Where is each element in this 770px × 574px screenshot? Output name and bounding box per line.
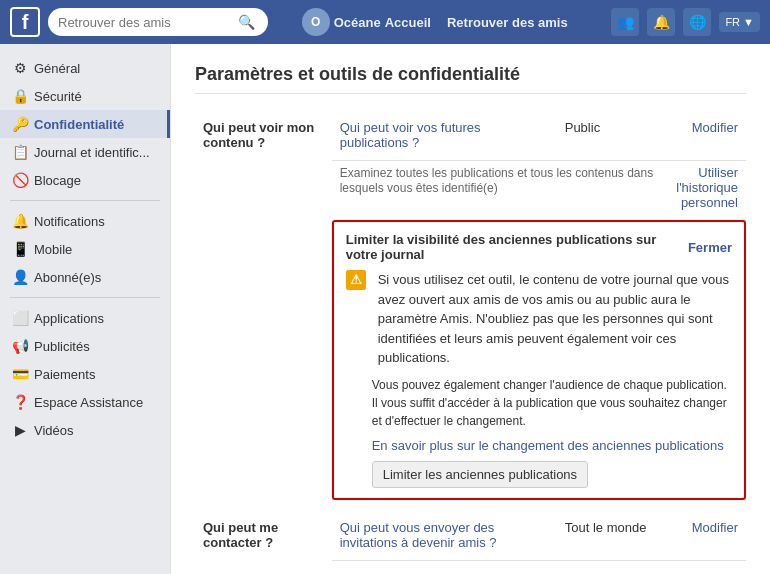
apps-icon: ⬜ xyxy=(12,310,28,326)
lock-icon: 🔒 xyxy=(12,88,28,104)
top-navigation: f 🔍 O Océane Accueil Retrouver des amis … xyxy=(0,0,770,44)
content-area: Paramètres et outils de confidentialité … xyxy=(170,44,770,574)
warning-icon: ⚠ xyxy=(346,270,366,290)
sidebar-label-paiements: Paiements xyxy=(34,367,95,382)
warning-title: Limiter la visibilité des anciennes publ… xyxy=(346,232,688,262)
bell-icon: 🔔 xyxy=(12,213,28,229)
facebook-logo: f xyxy=(10,7,40,37)
warning-box: Limiter la visibilité des anciennes publ… xyxy=(332,220,746,500)
journal-icon: 📋 xyxy=(12,144,28,160)
value-messages: Filtrage de base xyxy=(557,560,667,574)
nav-dropdown-button[interactable]: FR ▼ xyxy=(719,12,760,32)
sidebar-item-blocage[interactable]: 🚫 Blocage xyxy=(0,166,170,194)
nav-accueil-link[interactable]: Accueil xyxy=(385,15,431,30)
modify-invitations-link[interactable]: Modifier xyxy=(692,520,738,535)
sub-text: Examinez toutes les publications et tous… xyxy=(332,161,667,219)
sidebar-divider xyxy=(10,200,160,201)
warning-cell: Limiter la visibilité des anciennes publ… xyxy=(332,218,746,510)
user-icon: 👤 xyxy=(12,269,28,285)
sidebar-label-confidentialite: Confidentialité xyxy=(34,117,124,132)
sidebar-label-publicites: Publicités xyxy=(34,339,90,354)
question-text: Qui peut voir vos futures publications ? xyxy=(332,110,557,161)
question-messages: Quels messages doivent être filtrés dans… xyxy=(332,560,557,574)
nav-links: Accueil Retrouver des amis xyxy=(385,15,568,30)
warning-header: Limiter la visibilité des anciennes publ… xyxy=(346,232,732,262)
avatar: O xyxy=(302,8,330,36)
sidebar-label-videos: Vidéos xyxy=(34,423,74,438)
warning-body1-text: Si vous utilisez cet outil, le contenu d… xyxy=(378,270,732,368)
search-bar[interactable]: 🔍 xyxy=(48,8,268,36)
warning-body1: ⚠ Si vous utilisez cet outil, le contenu… xyxy=(346,270,732,368)
sidebar-label-applications: Applications xyxy=(34,311,104,326)
sidebar-label-blocage: Blocage xyxy=(34,173,81,188)
sidebar-item-espace[interactable]: ❓ Espace Assistance xyxy=(0,388,170,416)
sidebar-item-mobile[interactable]: 📱 Mobile xyxy=(0,235,170,263)
history-link[interactable]: Utiliser l'historique personnel xyxy=(676,165,738,210)
value-text: Public xyxy=(557,110,667,161)
globe-icon-button[interactable]: 🌐 xyxy=(683,8,711,36)
sidebar-item-videos[interactable]: ▶ Vidéos xyxy=(0,416,170,444)
question-link-publications[interactable]: Qui peut voir vos futures publications ? xyxy=(340,120,481,150)
key-icon: 🔑 xyxy=(12,116,28,132)
question-invitations: Qui peut vous envoyer des invitations à … xyxy=(332,510,557,561)
sidebar-label-securite: Sécurité xyxy=(34,89,82,104)
sidebar-label-journal: Journal et identific... xyxy=(34,145,150,160)
sidebar: ⚙ Général 🔒 Sécurité 🔑 Confidentialité 📋… xyxy=(0,44,170,574)
help-icon: ❓ xyxy=(12,394,28,410)
payment-icon: 💳 xyxy=(12,366,28,382)
question-link-invitations[interactable]: Qui peut vous envoyer des invitations à … xyxy=(340,520,497,550)
sub-action-cell: Utiliser l'historique personnel xyxy=(667,161,746,219)
gear-icon: ⚙ xyxy=(12,60,28,76)
main-layout: ⚙ Général 🔒 Sécurité 🔑 Confidentialité 📋… xyxy=(0,44,770,574)
table-row: Qui peut voir mon contenu ? Qui peut voi… xyxy=(195,110,746,161)
nav-icons: 👥 🔔 🌐 FR ▼ xyxy=(611,8,760,36)
sidebar-item-general[interactable]: ⚙ Général xyxy=(0,54,170,82)
sidebar-item-journal[interactable]: 📋 Journal et identific... xyxy=(0,138,170,166)
warning-body2: Vous pouvez également changer l'audience… xyxy=(372,376,732,430)
sidebar-item-abonnes[interactable]: 👤 Abonné(e)s xyxy=(0,263,170,291)
sidebar-item-publicites[interactable]: 📢 Publicités xyxy=(0,332,170,360)
value-invitations: Tout le monde xyxy=(557,510,667,561)
video-icon: ▶ xyxy=(12,422,28,438)
sidebar-item-applications[interactable]: ⬜ Applications xyxy=(0,304,170,332)
page-title: Paramètres et outils de confidentialité xyxy=(195,64,746,94)
sidebar-item-securite[interactable]: 🔒 Sécurité xyxy=(0,82,170,110)
modify-messages-link[interactable]: Modifier xyxy=(692,571,738,575)
sidebar-label-espace: Espace Assistance xyxy=(34,395,143,410)
block-icon: 🚫 xyxy=(12,172,28,188)
sidebar-item-notifications[interactable]: 🔔 Notifications xyxy=(0,207,170,235)
nav-center: O Océane Accueil Retrouver des amis xyxy=(268,8,601,36)
action-cell: Modifier xyxy=(667,110,746,161)
question-link-messages[interactable]: Quels messages doivent être filtrés dans… xyxy=(340,571,543,575)
settings-table: Qui peut voir mon contenu ? Qui peut voi… xyxy=(195,110,746,574)
modify-publications-link[interactable]: Modifier xyxy=(692,120,738,135)
sidebar-label-abonnes: Abonné(e)s xyxy=(34,270,101,285)
search-input[interactable] xyxy=(58,15,238,30)
notifications-icon-button[interactable]: 🔔 xyxy=(647,8,675,36)
sidebar-label-notifications: Notifications xyxy=(34,214,105,229)
close-warning-button[interactable]: Fermer xyxy=(688,240,732,255)
category-contact: Qui peut me contacter ? xyxy=(195,510,332,575)
sidebar-label-general: Général xyxy=(34,61,80,76)
sidebar-item-paiements[interactable]: 💳 Paiements xyxy=(0,360,170,388)
learn-more-link[interactable]: En savoir plus sur le changement des anc… xyxy=(372,438,724,453)
sidebar-item-confidentialite[interactable]: 🔑 Confidentialité xyxy=(0,110,170,138)
friends-icon-button[interactable]: 👥 xyxy=(611,8,639,36)
nav-user-link[interactable]: Océane xyxy=(334,15,381,30)
table-row-contact-header: Qui peut me contacter ? Qui peut vous en… xyxy=(195,510,746,561)
sidebar-divider-2 xyxy=(10,297,160,298)
search-icon: 🔍 xyxy=(238,14,255,30)
mobile-icon: 📱 xyxy=(12,241,28,257)
limit-publications-button[interactable]: Limiter les anciennes publications xyxy=(372,461,588,488)
category-label: Qui peut voir mon contenu ? xyxy=(195,110,332,510)
ad-icon: 📢 xyxy=(12,338,28,354)
sidebar-label-mobile: Mobile xyxy=(34,242,72,257)
nav-retrouver-link[interactable]: Retrouver des amis xyxy=(447,15,568,30)
